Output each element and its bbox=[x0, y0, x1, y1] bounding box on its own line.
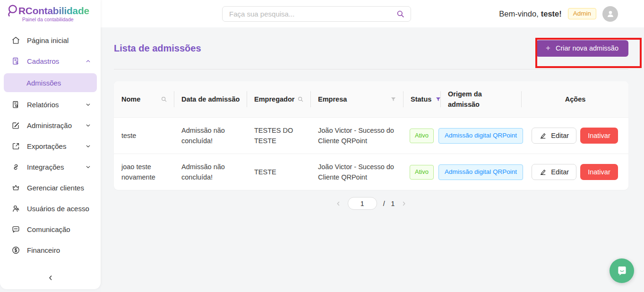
pagination: 1 / 1 bbox=[114, 197, 628, 210]
sidebar-nav: Página inicial Cadastros Admissões Relat… bbox=[0, 27, 101, 260]
column-header-origem: Origem da admissão bbox=[440, 81, 521, 117]
column-search-icon[interactable] bbox=[297, 96, 304, 103]
administration-icon bbox=[11, 121, 20, 130]
plus-icon: + bbox=[546, 43, 550, 53]
cell-acoes: Editar Inativar bbox=[521, 154, 628, 190]
role-badge: Admin bbox=[568, 8, 596, 19]
table-body: teste Admissão não concluída! TESTES DO … bbox=[114, 117, 628, 190]
sidebar-item-label: Comunicação bbox=[27, 225, 70, 233]
sidebar: RContabilidade Painel da contabilidade P… bbox=[0, 0, 101, 289]
avatar[interactable] bbox=[602, 6, 618, 22]
chevron-down-icon bbox=[85, 164, 91, 170]
sidebar-item-relatorios[interactable]: Relatórios bbox=[0, 94, 101, 115]
sidebar-item-usuarios-de-acesso[interactable]: Usuários de acesso bbox=[0, 198, 101, 219]
sidebar-item-label: Relatórios bbox=[27, 101, 59, 109]
chevron-up-icon bbox=[85, 58, 91, 64]
sidebar-item-label: Usuários de acesso bbox=[27, 205, 89, 213]
table-row: teste Admissão não concluída! TESTES DO … bbox=[114, 117, 628, 154]
sidebar-item-administracao[interactable]: Administração bbox=[0, 115, 101, 136]
column-header-status: Status bbox=[403, 81, 440, 117]
sidebar-item-financeiro[interactable]: Financeiro bbox=[0, 240, 101, 260]
logo-q-magnifier-icon bbox=[6, 4, 18, 17]
origin-badge: Admissão digital QRPoint bbox=[438, 128, 523, 144]
column-header-empregador: Empregador bbox=[247, 81, 310, 117]
column-label: Status bbox=[411, 94, 431, 104]
access-users-icon bbox=[11, 204, 20, 213]
column-label: Empresa bbox=[318, 94, 347, 104]
pagination-next-button[interactable] bbox=[401, 200, 407, 207]
integrations-icon bbox=[11, 163, 20, 172]
status-badge: Ativo bbox=[410, 129, 434, 143]
table-row: joao teste novamente Admissão não conclu… bbox=[114, 154, 628, 190]
cell-status: Ativo bbox=[403, 154, 440, 190]
column-label: Origem da admissão bbox=[448, 89, 515, 110]
brand-tagline: Painel da contabilidade bbox=[22, 17, 101, 22]
sidebar-item-cadastros[interactable]: Cadastros bbox=[0, 51, 101, 71]
sidebar-item-label: Página inicial bbox=[27, 36, 69, 44]
cell-acoes: Editar Inativar bbox=[521, 118, 628, 154]
inactivate-button[interactable]: Inativar bbox=[580, 128, 618, 144]
column-filter-icon[interactable] bbox=[390, 96, 396, 103]
pencil-icon bbox=[539, 168, 547, 176]
sidebar-item-label: Integrações bbox=[27, 163, 64, 171]
chat-launcher-button[interactable] bbox=[610, 258, 634, 283]
sidebar-item-integracoes[interactable]: Integrações bbox=[0, 156, 101, 177]
communication-icon bbox=[11, 225, 20, 234]
registrations-icon bbox=[11, 57, 20, 66]
chevron-right-icon bbox=[401, 200, 407, 207]
sidebar-item-comunicacao[interactable]: Comunicação bbox=[0, 219, 101, 240]
sidebar-item-gerenciar-clientes[interactable]: Gerenciar clientes bbox=[0, 177, 101, 198]
brand-logo[interactable]: RContabilidade Painel da contabilidade bbox=[0, 0, 101, 27]
status-badge: Ativo bbox=[410, 165, 434, 180]
create-admission-button[interactable]: + Criar nova admissão bbox=[536, 40, 628, 57]
search-input[interactable] bbox=[229, 10, 396, 18]
global-search[interactable] bbox=[222, 6, 411, 22]
exports-icon bbox=[11, 142, 20, 151]
cell-empresa: João Victor - Sucesso do Cliente QRPoint bbox=[310, 118, 403, 154]
page-title: Lista de admissões bbox=[114, 43, 201, 54]
cell-origem: Admissão digital QRPoint bbox=[440, 118, 521, 154]
chevron-left-icon bbox=[335, 200, 342, 207]
cell-nome: joao teste novamente bbox=[114, 154, 174, 190]
sidebar-collapse-button[interactable] bbox=[0, 271, 101, 285]
edit-button-label: Editar bbox=[551, 132, 569, 139]
financial-icon bbox=[11, 246, 20, 255]
chevron-down-icon bbox=[85, 102, 91, 108]
edit-button[interactable]: Editar bbox=[532, 164, 576, 180]
brand-name: RContabilidade bbox=[18, 5, 89, 17]
cell-empregador: TESTE bbox=[247, 154, 310, 190]
chevron-down-icon bbox=[85, 122, 91, 129]
sidebar-item-exportacoes[interactable]: Exportações bbox=[0, 136, 101, 156]
inactivate-button[interactable]: Inativar bbox=[580, 164, 618, 180]
edit-button-label: Editar bbox=[551, 168, 569, 176]
pagination-prev-button[interactable] bbox=[335, 200, 342, 207]
origin-badge: Admissão digital QRPoint bbox=[438, 164, 523, 180]
edit-button[interactable]: Editar bbox=[532, 128, 576, 144]
sidebar-item-label: Cadastros bbox=[27, 57, 59, 65]
sidebar-subitem-admissoes-active[interactable]: Admissões bbox=[4, 73, 97, 92]
cell-data-admissao: Admissão não concluída! bbox=[174, 154, 247, 190]
user-area: Bem-vindo,teste! Admin bbox=[499, 0, 618, 27]
title-row: Lista de admissões + Criar nova admissão bbox=[114, 27, 628, 69]
cell-empregador: TESTES DO TESTE bbox=[247, 118, 310, 154]
pagination-separator: / bbox=[383, 200, 385, 207]
search-icon[interactable] bbox=[396, 9, 405, 18]
column-header-data-admissao: Data de admissão bbox=[174, 81, 247, 117]
cell-nome: teste bbox=[114, 118, 174, 154]
pagination-page-input[interactable]: 1 bbox=[348, 197, 377, 210]
chat-bubble-icon bbox=[616, 265, 628, 277]
column-search-icon[interactable] bbox=[161, 96, 167, 103]
sidebar-item-label: Exportações bbox=[27, 142, 66, 150]
table-header-row: Nome Data de admissão Empregador Empresa bbox=[114, 81, 628, 117]
pagination-total-pages: 1 bbox=[391, 200, 395, 207]
cell-empresa: João Victor - Sucesso do Cliente QRPoint bbox=[310, 154, 403, 190]
column-label: Nome bbox=[121, 94, 140, 104]
column-header-nome: Nome bbox=[114, 81, 174, 117]
sidebar-item-pagina-inicial[interactable]: Página inicial bbox=[0, 30, 101, 51]
cell-origem: Admissão digital QRPoint bbox=[440, 154, 521, 190]
welcome-username: teste! bbox=[541, 9, 562, 18]
column-label: Data de admissão bbox=[181, 94, 240, 104]
cell-data-admissao: Admissão não concluída! bbox=[174, 118, 247, 154]
sidebar-item-label: Gerenciar clientes bbox=[27, 184, 84, 192]
chevron-down-icon bbox=[85, 143, 91, 149]
